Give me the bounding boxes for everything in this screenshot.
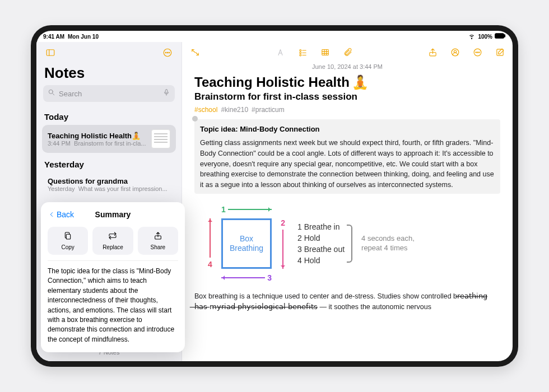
search-field[interactable] <box>43 85 175 102</box>
section-header-yesterday: Yesterday <box>36 154 182 171</box>
editor-toolbar <box>182 42 513 62</box>
box-breathing-sketch: 1 2 3 4 Box Breathing 1 Breathe in 2 Hol… <box>204 202 500 286</box>
note-date: June 10, 2024 at 3:44 PM <box>182 62 513 74</box>
status-bar: 9:41 AM Mon Jun 10 100% <box>36 31 513 42</box>
tag-kine210[interactable]: #kine210 <box>221 106 248 114</box>
notes-app: Notes Today Teaching Holistic Health🧘 3:… <box>36 42 513 361</box>
summary-popover: Back Summary Copy Replace Share The topi… <box>41 202 185 352</box>
summary-copy-button[interactable]: Copy <box>48 227 88 255</box>
note-preview: What was your first impression... <box>78 185 168 192</box>
note-thumbnail <box>151 129 170 148</box>
svg-point-5 <box>165 52 166 53</box>
checklist-icon[interactable] <box>295 45 310 59</box>
battery-percent: 100% <box>478 34 492 40</box>
note-tags: #school #kine210 #practicum <box>194 106 500 114</box>
note-item-teaching[interactable]: Teaching Holistic Health🧘 3:44 PM Brains… <box>42 125 176 153</box>
table-icon[interactable] <box>318 45 332 59</box>
svg-line-13 <box>192 49 194 52</box>
battery-icon <box>495 33 506 40</box>
textstyle-icon[interactable] <box>273 45 287 59</box>
attachment-icon[interactable] <box>340 45 355 59</box>
note-item-grandma[interactable]: Questions for grandma Yesterday What was… <box>42 172 176 197</box>
note-subtitle: Brainstorm for first in-class session <box>194 91 500 102</box>
note-time: Yesterday <box>48 185 75 192</box>
summary-back-button[interactable]: Back <box>48 210 74 219</box>
note-time: 3:44 PM <box>48 140 71 147</box>
summary-share-button[interactable]: Share <box>138 227 178 255</box>
svg-point-28 <box>454 50 456 52</box>
breathing-aside: 4 seconds each, repeat 4 times <box>361 234 415 253</box>
search-icon <box>48 88 55 99</box>
note-paragraph-2: Box breathing is a technique used to cen… <box>194 291 500 312</box>
svg-line-9 <box>53 94 54 95</box>
dictate-icon[interactable] <box>162 88 170 99</box>
note-title: Teaching Holistic Health🧘 <box>48 132 147 140</box>
summary-title: Summary <box>95 210 131 219</box>
sidebar-toggle-icon[interactable] <box>43 45 58 60</box>
note-body[interactable]: Teaching Holistic Health🧘 Brainstorm for… <box>182 74 513 361</box>
sidebar: Notes Today Teaching Holistic Health🧘 3:… <box>36 42 182 361</box>
svg-rect-33 <box>496 49 503 55</box>
svg-point-6 <box>167 52 168 53</box>
svg-point-17 <box>299 52 301 53</box>
collaborate-icon[interactable] <box>448 45 462 59</box>
svg-rect-0 <box>495 34 504 39</box>
status-time: 9:41 AM <box>43 34 64 40</box>
svg-line-14 <box>196 52 198 55</box>
summary-body-text: The topic idea for the class is "Mind-Bo… <box>48 261 178 344</box>
section-header-today: Today <box>36 106 182 124</box>
search-input[interactable] <box>59 90 159 98</box>
share-icon <box>153 231 162 242</box>
screen: 9:41 AM Mon Jun 10 100% Notes Today Teac… <box>36 31 513 361</box>
more-note-icon[interactable] <box>470 45 485 59</box>
replace-icon <box>108 231 117 242</box>
more-options-icon[interactable] <box>160 45 175 60</box>
svg-rect-2 <box>46 50 54 56</box>
status-date: Mon Jun 10 <box>68 34 99 40</box>
svg-point-30 <box>475 52 476 52</box>
svg-point-32 <box>478 52 479 52</box>
share-note-icon[interactable] <box>425 45 440 59</box>
box-square: Box Breathing <box>221 218 272 269</box>
summary-replace-button[interactable]: Replace <box>92 227 133 255</box>
svg-point-8 <box>49 90 53 94</box>
expand-icon[interactable] <box>188 45 202 59</box>
svg-point-19 <box>299 54 301 56</box>
wifi-icon <box>468 32 476 41</box>
topic-paragraph: Getting class assignments next week but … <box>200 138 495 190</box>
svg-point-7 <box>169 52 170 53</box>
note-preview: Brainstorm for first in-cla... <box>74 140 146 147</box>
svg-point-31 <box>477 52 477 52</box>
emoji-icon: 🧘 <box>352 74 369 90</box>
note-title-heading: Teaching Holistic Health🧘 <box>194 74 500 90</box>
note-editor: June 10, 2024 at 3:44 PM Teaching Holist… <box>182 42 513 361</box>
topic-heading: Topic idea: Mind-Body Connection <box>200 125 495 133</box>
copy-icon <box>63 231 72 242</box>
svg-rect-10 <box>165 90 168 93</box>
svg-rect-11 <box>66 234 70 239</box>
note-title: Questions for grandma <box>48 177 170 185</box>
ipad-device: 9:41 AM Mon Jun 10 100% Notes Today Teac… <box>31 25 518 367</box>
breathing-steps: 1 Breathe in 2 Hold 3 Breathe out 4 Hold <box>297 220 352 267</box>
tag-practicum[interactable]: #practicum <box>252 106 285 114</box>
svg-point-15 <box>299 49 301 51</box>
sidebar-title: Notes <box>36 63 182 85</box>
topic-block: Topic idea: Mind-Body Connection Getting… <box>194 119 500 194</box>
tag-school[interactable]: #school <box>194 106 217 114</box>
back-label: Back <box>57 210 74 219</box>
svg-rect-1 <box>504 35 505 37</box>
svg-rect-21 <box>322 49 328 55</box>
compose-icon[interactable] <box>492 45 507 59</box>
